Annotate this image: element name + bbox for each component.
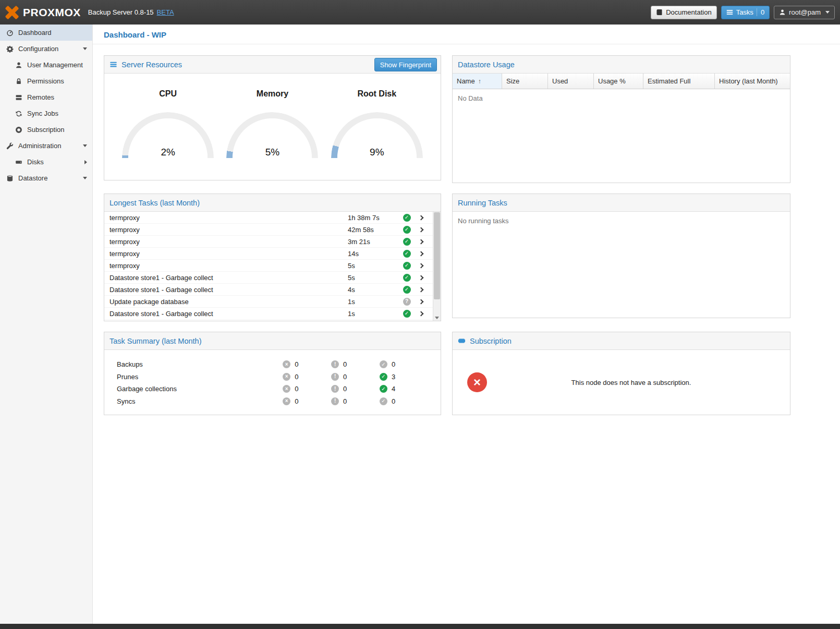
sidebar-item-dashboard[interactable]: Dashboard bbox=[0, 25, 92, 41]
task-name: termproxy bbox=[109, 250, 348, 258]
open-task-chevron-icon[interactable] bbox=[415, 276, 427, 280]
server-resources-header: Server Resources Show Fingerprint bbox=[104, 56, 441, 74]
open-task-chevron-icon[interactable] bbox=[415, 288, 427, 292]
task-row[interactable]: termproxy42m 58s✓ bbox=[104, 224, 441, 236]
sidebar-item-label: Remotes bbox=[27, 93, 54, 101]
column-header-usage[interactable]: Usage % bbox=[594, 74, 643, 89]
resource-gauges: CPU2%Memory5%Root Disk9% bbox=[104, 74, 441, 180]
open-task-chevron-icon[interactable] bbox=[415, 252, 427, 256]
task-name: Datastore store1 - Garbage collect bbox=[109, 286, 348, 294]
gear-icon bbox=[5, 45, 14, 53]
tasks-button[interactable]: Tasks 0 bbox=[721, 6, 770, 19]
subscription-panel: Subscription × This node does not have a… bbox=[452, 332, 790, 415]
error-cell: ×0 bbox=[283, 373, 331, 381]
task-summary-row-syncs[interactable]: Syncs×0!0✓0 bbox=[117, 395, 428, 408]
column-header-size[interactable]: Size bbox=[502, 74, 548, 89]
error-cell: ×0 bbox=[283, 385, 331, 393]
task-status-ok-icon: ✓ bbox=[399, 274, 415, 282]
column-label: History (last Month) bbox=[719, 77, 778, 85]
task-name: termproxy bbox=[109, 226, 348, 234]
sidebar-item-remotes[interactable]: Remotes bbox=[0, 89, 92, 105]
beta-link[interactable]: BETA bbox=[157, 8, 174, 16]
column-header-estimated-full[interactable]: Estimated Full bbox=[643, 74, 715, 89]
panel-title: Longest Tasks (last Month) bbox=[109, 199, 200, 207]
gauge-label: CPU bbox=[116, 89, 220, 99]
cpu-gauge: CPU2% bbox=[116, 74, 220, 180]
server-resources-panel: Server Resources Show Fingerprint CPU2%M… bbox=[104, 55, 441, 180]
longest-tasks-panel: Longest Tasks (last Month) termproxy1h 3… bbox=[104, 193, 441, 321]
documentation-button[interactable]: Documentation bbox=[651, 6, 716, 19]
sidebar-item-subscription[interactable]: Subscription bbox=[0, 122, 92, 138]
dashboard-content: Server Resources Show Fingerprint CPU2%M… bbox=[93, 44, 840, 426]
task-summary-row-backups[interactable]: Backups×0!0✓0 bbox=[117, 358, 428, 371]
sidebar-item-label: Subscription bbox=[27, 126, 65, 134]
error-status-icon: × bbox=[283, 397, 290, 405]
sidebar-item-administration[interactable]: Administration bbox=[0, 138, 92, 154]
gauge-value: 2% bbox=[122, 147, 214, 158]
error-count: 0 bbox=[295, 373, 298, 381]
sidebar-item-label: Dashboard bbox=[18, 29, 52, 37]
warning-status-icon: ! bbox=[331, 397, 339, 405]
show-fingerprint-button[interactable]: Show Fingerprint bbox=[374, 58, 437, 71]
task-name: Update package database bbox=[109, 298, 348, 306]
open-task-chevron-icon[interactable] bbox=[415, 228, 427, 232]
open-task-chevron-icon[interactable] bbox=[415, 216, 427, 220]
topbar-actions: Documentation Tasks 0 root@pam bbox=[651, 6, 835, 19]
task-name: Datastore store1 - Garbage collect bbox=[109, 310, 348, 318]
chevron-down-icon[interactable] bbox=[83, 144, 87, 147]
book-icon bbox=[656, 9, 663, 16]
column-label: Usage % bbox=[598, 77, 626, 85]
task-summary-row-prunes[interactable]: Prunes×0!0✓3 bbox=[117, 371, 428, 383]
disk-icon bbox=[14, 159, 23, 166]
task-status-ok-icon: ✓ bbox=[399, 238, 415, 246]
task-row[interactable]: termproxy3m 21s✓ bbox=[104, 236, 441, 248]
sidebar-item-configuration[interactable]: Configuration bbox=[0, 41, 92, 57]
scrollbar[interactable] bbox=[433, 212, 441, 321]
task-name: termproxy bbox=[109, 238, 348, 246]
datastore-usage-panel: Datastore Usage Name↑SizeUsedUsage %Esti… bbox=[452, 55, 790, 183]
sidebar-item-user-management[interactable]: User Management bbox=[0, 57, 92, 73]
warning-count: 0 bbox=[343, 360, 347, 368]
gauge-arc: 5% bbox=[226, 112, 318, 158]
main-area: Dashboard - WIP Server Resources Show Fi… bbox=[93, 25, 840, 624]
warning-status-icon: ! bbox=[331, 360, 339, 368]
open-task-chevron-icon[interactable] bbox=[415, 300, 427, 304]
column-header-used[interactable]: Used bbox=[548, 74, 594, 89]
column-header-history-last-month[interactable]: History (last Month) bbox=[715, 74, 790, 89]
task-row[interactable]: Datastore store1 - Garbage collect4s✓ bbox=[104, 284, 441, 296]
ok-cell: ✓0 bbox=[380, 360, 428, 368]
column-header-name[interactable]: Name↑ bbox=[453, 74, 502, 89]
task-row[interactable]: termproxy14s✓ bbox=[104, 248, 441, 260]
scrollbar-thumb[interactable] bbox=[434, 212, 440, 299]
sidebar-item-label: Datastore bbox=[18, 174, 47, 182]
task-summary-row-garbage-collections[interactable]: Garbage collections×0!0✓4 bbox=[117, 383, 428, 395]
warning-count: 0 bbox=[343, 373, 347, 381]
task-row[interactable]: Datastore store1 - Garbage collect1s✓ bbox=[104, 308, 441, 320]
chevron-right-icon[interactable] bbox=[84, 160, 87, 164]
open-task-chevron-icon[interactable] bbox=[415, 264, 427, 268]
task-row[interactable]: termproxy5s✓ bbox=[104, 260, 441, 272]
sidebar-item-disks[interactable]: Disks bbox=[0, 154, 92, 170]
task-duration: 1h 38m 7s bbox=[348, 214, 399, 222]
sidebar-item-permissions[interactable]: Permissions bbox=[0, 73, 92, 89]
task-row[interactable]: Datastore store1 - Garbage collect5s✓ bbox=[104, 272, 441, 284]
task-name: termproxy bbox=[109, 214, 348, 222]
no-subscription-error-icon: × bbox=[467, 372, 487, 392]
user-menu-button[interactable]: root@pam bbox=[774, 6, 835, 19]
sidebar: DashboardConfigurationUser ManagementPer… bbox=[0, 25, 93, 624]
task-row[interactable]: Update package database1s? bbox=[104, 296, 441, 308]
database-icon bbox=[5, 175, 14, 182]
subscription-header: Subscription bbox=[453, 332, 790, 350]
scrollbar-down-arrow-icon[interactable] bbox=[435, 317, 439, 319]
root-disk-gauge: Root Disk9% bbox=[325, 74, 429, 180]
sidebar-item-datastore[interactable]: Datastore bbox=[0, 170, 92, 186]
chevron-down-icon[interactable] bbox=[83, 47, 87, 50]
open-task-chevron-icon[interactable] bbox=[415, 312, 427, 316]
datastore-usage-header: Datastore Usage bbox=[453, 56, 790, 74]
sidebar-item-sync-jobs[interactable]: Sync Jobs bbox=[0, 105, 92, 122]
task-row[interactable]: termproxy1h 38m 7s✓ bbox=[104, 212, 441, 224]
chevron-down-icon bbox=[825, 11, 830, 14]
open-task-chevron-icon[interactable] bbox=[415, 240, 427, 244]
chevron-down-icon[interactable] bbox=[83, 177, 87, 179]
gauge-label: Memory bbox=[220, 89, 324, 99]
